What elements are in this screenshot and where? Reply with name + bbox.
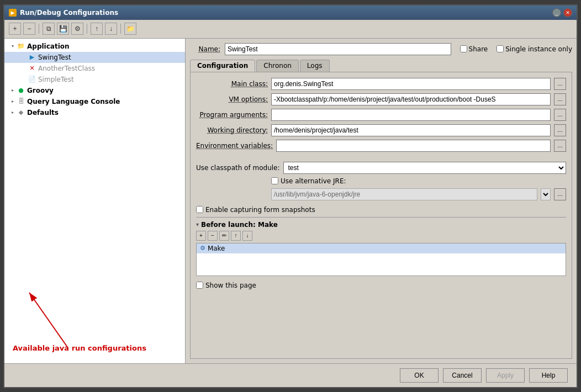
tree-node-application[interactable]: ▾ 📁 Application [4, 41, 185, 52]
title-bar: ▶ Run/Debug Configurations _ ✕ [4, 6, 577, 20]
bl-remove-button[interactable]: − [208, 231, 218, 241]
close-button[interactable]: ✕ [563, 8, 572, 17]
toolbar: + − ⧉ 💾 ⚙ ↑ ↓ 📁 [4, 20, 577, 39]
tree-node-defaults[interactable]: ▸ ◆ Defaults [4, 107, 185, 118]
bl-up-button[interactable]: ↑ [231, 231, 241, 241]
cancel-button[interactable]: Cancel [443, 368, 482, 383]
before-launch-header: ▾ Before launch: Make [196, 221, 566, 229]
left-panel: ▾ 📁 Application ▶ SwingTest ✕ AnotherTe [4, 39, 186, 363]
add-button[interactable]: + [9, 23, 21, 35]
alt-jre-checkbox-row: Use alternative JRE: [271, 177, 566, 185]
move-up-button[interactable]: ↑ [91, 23, 103, 35]
bl-add-button[interactable]: + [196, 231, 206, 241]
settings-button[interactable]: ⚙ [71, 23, 83, 35]
tree-label-groovy: Groovy [27, 87, 54, 94]
expand-arrow-query: ▸ [9, 99, 17, 104]
bottom-bar: OK Cancel Apply Help [4, 363, 577, 387]
share-checkbox-label[interactable]: Share [460, 45, 488, 53]
single-instance-checkbox[interactable] [497, 45, 504, 52]
remove-button[interactable]: − [23, 23, 35, 35]
apply-button[interactable]: Apply [486, 368, 525, 383]
bl-down-button[interactable]: ↓ [242, 231, 252, 241]
configurations-tree[interactable]: ▾ 📁 Application ▶ SwingTest ✕ AnotherTe [4, 39, 185, 363]
tree-node-anothertestclass[interactable]: ✕ AnotherTestClass [4, 63, 185, 74]
vm-options-browse-button[interactable]: … [554, 93, 566, 105]
vm-options-label: VM options: [196, 96, 268, 103]
jre-input[interactable] [271, 188, 537, 200]
vm-options-row: VM options: … [196, 93, 566, 105]
show-page-checkbox[interactable] [196, 282, 203, 289]
move-down-button[interactable]: ↓ [105, 23, 117, 35]
main-class-label: Main class: [196, 80, 268, 88]
env-vars-input[interactable] [276, 140, 551, 152]
name-input[interactable] [225, 43, 451, 55]
jre-dropdown[interactable] [541, 188, 551, 200]
separator-1 [39, 24, 39, 34]
name-row: Name: Share Single instance only [190, 43, 572, 55]
tree-label-simpletest: SimpleTest [38, 76, 74, 83]
file-icon: 📄 [28, 75, 36, 84]
help-button[interactable]: Help [529, 368, 568, 383]
working-dir-label: Working directory: [196, 126, 268, 134]
main-class-input[interactable] [271, 78, 551, 90]
env-vars-browse-button[interactable]: … [554, 140, 566, 152]
separator-3 [120, 24, 121, 34]
tab-content: Main class: … VM options: … Program argu… [190, 72, 572, 359]
title-bar-left: ▶ Run/Debug Configurations [9, 9, 118, 17]
tree-label-query: Query Language Console [27, 98, 120, 105]
main-class-browse-button[interactable]: … [554, 78, 566, 90]
tree-node-groovy[interactable]: ▸ ● Groovy [4, 85, 185, 96]
alt-jre-checkbox[interactable] [271, 177, 278, 184]
program-args-row: Program arguments: … [196, 109, 566, 121]
spacer [196, 155, 566, 158]
bl-edit-button[interactable]: ✏ [219, 231, 229, 241]
folder-icon: 📁 [17, 42, 25, 51]
tab-configuration[interactable]: Configuration [190, 60, 255, 72]
expand-arrow: ▾ [9, 44, 17, 49]
jre-browse-button[interactable]: … [554, 188, 566, 200]
window-title: Run/Debug Configurations [20, 9, 118, 17]
groovy-icon: ● [17, 86, 25, 95]
show-page-row: Show this page [196, 282, 566, 289]
program-args-input[interactable] [271, 109, 551, 121]
tree-node-querylanguageconsole[interactable]: ▸ 🗄 Query Language Console [4, 96, 185, 107]
tree-node-swingtest[interactable]: ▶ SwingTest [4, 52, 185, 63]
module-select[interactable]: test [283, 162, 566, 174]
tab-bar: Configuration Chronon Logs [190, 60, 572, 72]
tree-label-defaults: Defaults [27, 109, 59, 116]
before-launch-toolbar: + − ✏ ↑ ↓ [196, 231, 566, 241]
bl-item-make[interactable]: ⚙ Make [197, 243, 566, 253]
env-vars-row: Environment variables: … [196, 140, 566, 152]
jre-input-row: … [271, 188, 566, 200]
before-launch-list: ⚙ Make [196, 243, 566, 276]
single-instance-checkbox-label[interactable]: Single instance only [497, 45, 572, 53]
working-dir-browse-button[interactable]: … [554, 124, 566, 136]
main-content: ▾ 📁 Application ▶ SwingTest ✕ AnotherTe [4, 39, 577, 363]
show-page-label: Show this page [205, 282, 256, 289]
tree-label-anothertestclass: AnotherTestClass [38, 65, 95, 72]
vm-options-input[interactable] [271, 93, 551, 105]
tab-logs[interactable]: Logs [300, 60, 330, 72]
folder-button[interactable]: 📁 [124, 23, 136, 35]
bl-item-label: Make [208, 245, 225, 252]
before-launch-section: ▾ Before launch: Make + − ✏ ↑ ↓ ⚙ [196, 217, 566, 276]
capture-checkbox[interactable] [196, 206, 203, 213]
tree-label-swingtest: SwingTest [38, 54, 71, 61]
tabs-container: Configuration Chronon Logs Main class: …… [190, 60, 572, 359]
tree-node-simpletest[interactable]: 📄 SimpleTest [4, 74, 185, 85]
before-launch-collapse-icon[interactable]: ▾ [196, 221, 199, 227]
save-button[interactable]: 💾 [57, 23, 69, 35]
copy-button[interactable]: ⧉ [43, 23, 55, 35]
working-dir-input[interactable] [271, 124, 551, 136]
expand-arrow-groovy: ▸ [9, 88, 17, 93]
capture-label: Enable capturing form snapshots [205, 206, 315, 214]
separator-2 [87, 24, 87, 34]
program-args-browse-button[interactable]: … [554, 109, 566, 121]
share-checkbox[interactable] [460, 45, 467, 52]
module-classpath-row: Use classpath of module: test [196, 162, 566, 174]
right-panel: Name: Share Single instance only Confi [186, 39, 577, 363]
minimize-button[interactable]: _ [552, 8, 561, 17]
window-controls: _ ✕ [552, 8, 572, 17]
ok-button[interactable]: OK [400, 368, 439, 383]
tab-chronon[interactable]: Chronon [256, 60, 299, 72]
